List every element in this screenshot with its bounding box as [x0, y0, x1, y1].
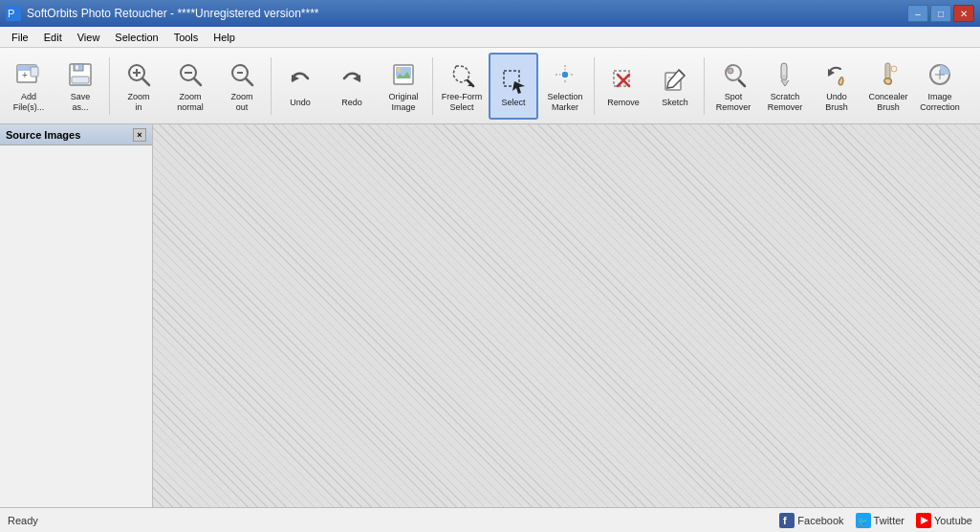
tool-btn-scratch-remover[interactable]: Scratch Remover [760, 53, 810, 120]
svg-point-40 [728, 68, 733, 74]
tool-btn-concealer-brush[interactable]: Concealer Brush [863, 53, 913, 120]
tool-btn-free-form-select[interactable]: Free-Form Select [437, 53, 487, 120]
title-bar-left: P SoftOrbits Photo Retoucher - ****Unreg… [6, 6, 318, 21]
svg-rect-50 [779, 513, 795, 528]
tool-btn-image-correction[interactable]: Image Correction [915, 53, 965, 120]
svg-line-15 [194, 78, 201, 85]
svg-text:🐦: 🐦 [858, 516, 869, 527]
image-correction-icon [925, 59, 955, 90]
status-bar: Ready fFacebook🐦TwitterYoutube [0, 507, 980, 532]
toolbar-separator-3 [594, 57, 595, 115]
status-link-youtube[interactable]: Youtube [916, 513, 972, 528]
tool-btn-zoom-in[interactable]: Zoom in [114, 53, 163, 120]
sketch-icon [660, 65, 690, 96]
menu-item-help[interactable]: Help [206, 27, 243, 47]
tool-btn-redo[interactable]: Redo [327, 53, 377, 120]
toolbar: +Add File(s)...Save as...Zoom inZoom nor… [0, 48, 980, 124]
select-icon [498, 65, 529, 96]
zoom-out-icon [227, 59, 257, 90]
svg-marker-27 [512, 81, 525, 94]
tool-btn-zoom-out[interactable]: Zoom out [217, 53, 267, 120]
status-link-twitter[interactable]: 🐦Twitter [856, 513, 904, 528]
status-links: fFacebook🐦TwitterYoutube [779, 513, 972, 528]
concealer-brush-icon [873, 59, 904, 90]
image-correction-label: Image Correction [920, 92, 960, 113]
menu-item-selection[interactable]: Selection [107, 27, 165, 47]
remove-label: Remove [607, 98, 640, 108]
title-bar-controls: – □ ✕ [907, 5, 974, 22]
undo-icon [285, 65, 316, 96]
youtube-icon [916, 513, 931, 528]
svg-rect-45 [885, 63, 890, 78]
sidebar: Source Images × [0, 124, 153, 507]
close-button[interactable]: ✕ [953, 5, 974, 22]
main-area: Source Images × [0, 124, 980, 507]
tool-btn-undo[interactable]: Undo [275, 53, 325, 120]
undo-brush-icon [821, 59, 852, 90]
tool-btn-sketch[interactable]: Sketch [650, 53, 700, 120]
zoom-in-label: Zoom in [127, 92, 149, 113]
zoom-out-label: Zoom out [230, 92, 252, 113]
status-link-facebook[interactable]: fFacebook [779, 513, 843, 528]
facebook-label: Facebook [797, 515, 843, 526]
tool-btn-spot-remover[interactable]: Spot Remover [708, 53, 758, 120]
tool-btn-remove[interactable]: Remove [599, 53, 648, 120]
add-files-icon: + [13, 59, 44, 90]
svg-line-11 [142, 78, 149, 85]
svg-rect-9 [76, 65, 78, 70]
menu-bar: FileEditViewSelectionToolsHelp [0, 27, 980, 48]
menu-item-edit[interactable]: Edit [36, 27, 70, 47]
tool-btn-undo-brush[interactable]: Undo Brush [812, 53, 861, 120]
redo-label: Redo [341, 98, 362, 108]
free-form-select-label: Free-Form Select [442, 92, 483, 113]
original-image-icon [388, 59, 419, 90]
canvas-inner [153, 124, 980, 507]
status-text: Ready [8, 515, 38, 526]
zoom-in-icon [123, 59, 154, 90]
toolbar-separator-2 [432, 57, 433, 115]
canvas-area[interactable] [153, 124, 980, 507]
twitter-label: Twitter [874, 515, 904, 526]
title-bar: P SoftOrbits Photo Retoucher - ****Unreg… [0, 0, 980, 27]
tool-btn-selection-marker[interactable]: Selection Marker [540, 53, 590, 120]
undo-brush-label: Undo Brush [825, 92, 848, 113]
sidebar-title: Source Images [6, 129, 80, 141]
original-image-label: Original Image [388, 92, 418, 113]
svg-point-24 [397, 68, 401, 72]
maximize-button[interactable]: □ [930, 5, 951, 22]
tool-btn-add-files[interactable]: +Add File(s)... [4, 53, 54, 120]
tool-btn-original-image[interactable]: Original Image [379, 53, 428, 120]
tool-btn-zoom-normal[interactable]: Zoom normal [165, 53, 215, 120]
toolbar-separator-4 [704, 57, 705, 115]
sidebar-close-button[interactable]: × [133, 128, 146, 142]
remove-icon [608, 65, 639, 96]
scratch-remover-label: Scratch Remover [768, 92, 803, 113]
spot-remover-label: Spot Remover [716, 92, 751, 113]
zoom-normal-icon [175, 59, 206, 90]
svg-text:+: + [22, 70, 28, 80]
sketch-label: Sketch [662, 98, 688, 108]
svg-rect-5 [31, 67, 38, 77]
facebook-icon: f [779, 513, 795, 528]
youtube-label: Youtube [934, 515, 972, 526]
menu-item-file[interactable]: File [4, 27, 36, 47]
tool-btn-select[interactable]: Select [489, 53, 538, 120]
toolbar-separator-0 [109, 57, 110, 115]
menu-item-tools[interactable]: Tools [166, 27, 207, 47]
undo-label: Undo [290, 98, 311, 108]
title-bar-title: SoftOrbits Photo Retoucher - ****Unregis… [27, 7, 318, 20]
free-form-select-icon [446, 59, 477, 90]
app-icon: P [6, 6, 21, 21]
tool-btn-save-as[interactable]: Save as... [55, 53, 105, 120]
sidebar-header: Source Images × [0, 124, 152, 145]
scratch-remover-icon [770, 59, 800, 90]
svg-text:P: P [8, 8, 14, 19]
svg-rect-43 [782, 64, 786, 76]
selection-marker-label: Selection Marker [547, 92, 582, 113]
minimize-button[interactable]: – [907, 5, 928, 22]
spot-remover-icon [718, 59, 749, 90]
svg-text:f: f [783, 515, 787, 526]
add-files-label: Add File(s)... [13, 92, 45, 113]
menu-item-view[interactable]: View [70, 27, 108, 47]
selection-marker-icon [550, 59, 580, 90]
